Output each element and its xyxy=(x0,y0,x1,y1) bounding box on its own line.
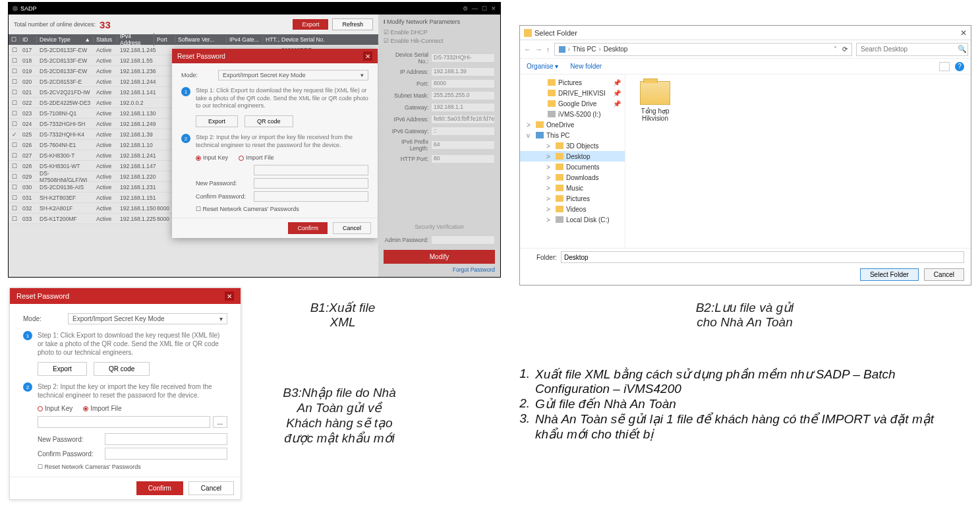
tree-item[interactable]: iVMS-5200 (I:) xyxy=(520,109,625,119)
reset2-header[interactable]: Reset Password ✕ xyxy=(10,288,241,304)
refresh-button[interactable]: Refresh xyxy=(332,18,373,30)
export-button[interactable]: Export xyxy=(293,19,328,30)
tree-item[interactable]: >Documents xyxy=(520,162,625,172)
new-folder-button[interactable]: New folder xyxy=(570,63,602,70)
tree-item[interactable]: >Downloads xyxy=(520,172,625,183)
sel-titlebar[interactable]: Select Folder ✕ xyxy=(520,26,971,40)
np-ip[interactable]: 192.168.1.39 xyxy=(431,67,495,76)
tree-item[interactable]: >Videos xyxy=(520,204,625,214)
maximize-icon[interactable]: ☐ xyxy=(482,5,487,12)
nav-forward-icon[interactable]: → xyxy=(535,45,542,53)
np-http[interactable]: 80 xyxy=(431,154,495,164)
reset2-reset-nc-checkbox[interactable]: ☐ xyxy=(38,464,45,470)
tree-item[interactable]: Google Drive📌 xyxy=(520,98,625,109)
col-port[interactable]: Port xyxy=(154,36,175,43)
tree-item[interactable]: vThis PC xyxy=(520,130,625,140)
mode-select[interactable]: Export/Import Secret Key Mode▾ xyxy=(218,70,368,80)
close-icon[interactable]: ✕ xyxy=(491,5,496,12)
select-folder-window: Select Folder ✕ ← → ↑ › This PC › Deskto… xyxy=(519,25,971,285)
tree-item[interactable]: >OneDrive xyxy=(520,119,625,130)
col-ip[interactable]: IPv4 Address xyxy=(117,33,154,46)
col-type[interactable]: Device Type ▲ xyxy=(37,36,94,43)
modify-button[interactable]: Modify xyxy=(384,250,495,264)
chevron-down-icon[interactable]: ˅ xyxy=(834,45,837,53)
tree-item[interactable]: >Local Disk (C:) xyxy=(520,214,625,225)
tree-item[interactable]: >Music xyxy=(520,183,625,193)
nav-up-icon[interactable]: ↑ xyxy=(546,45,550,53)
np-prefix[interactable]: 64 xyxy=(431,140,495,150)
search-icon[interactable]: 🔍 xyxy=(958,45,967,53)
confirm-password-input[interactable] xyxy=(254,191,368,202)
browse-file-button[interactable]: ... xyxy=(213,416,227,428)
folder-tile-label: Tổng hợp Hikvision xyxy=(632,107,678,122)
reset2-confirm-button[interactable]: Confirm xyxy=(136,481,183,495)
reset2-radio-input-key[interactable]: Input Key xyxy=(38,405,72,412)
reset2-radio-import-file[interactable]: Import File xyxy=(83,405,121,412)
organise-menu[interactable]: Organise ▾ xyxy=(527,63,558,70)
col-status[interactable]: Status xyxy=(94,36,117,43)
refresh-icon[interactable]: ⟳ xyxy=(842,45,848,53)
reset2-newpw-input[interactable] xyxy=(105,433,227,445)
view-options-button[interactable] xyxy=(939,62,950,71)
help-icon[interactable]: ? xyxy=(955,62,964,71)
radio-input-key[interactable]: Input Key xyxy=(196,154,228,161)
reset2-qr-button[interactable]: QR code xyxy=(94,362,150,376)
new-password-input[interactable] xyxy=(254,178,368,189)
np-ipv6gw[interactable]: :: xyxy=(431,127,495,136)
folder-tile[interactable]: Tổng hợp Hikvision xyxy=(632,81,678,122)
reset2-mode-select[interactable]: Export/Import Secret Key Mode▾ xyxy=(68,313,227,324)
reset-nc-checkbox[interactable]: ☐ xyxy=(196,206,203,212)
sel-navbar: ← → ↑ › This PC › Desktop ˅ ⟳ 🔍 xyxy=(520,40,971,59)
col-checkbox[interactable]: ☐ xyxy=(9,36,20,43)
np-mask[interactable]: 255.255.255.0 xyxy=(431,91,495,100)
tree-item[interactable]: DRIVE_HIKVISI📌 xyxy=(520,88,625,98)
app-title: SADP xyxy=(20,5,37,12)
qr-code-button[interactable]: QR code xyxy=(245,115,293,127)
col-http[interactable]: HTT... xyxy=(263,36,279,43)
confirm-button[interactable]: Confirm xyxy=(288,222,328,234)
reset2-confpw-input[interactable] xyxy=(105,448,227,460)
sadp-window: SADP ⚙ — ☐ ✕ Total number of online devi… xyxy=(8,2,501,278)
window-controls[interactable]: ⚙ — ☐ ✕ xyxy=(463,5,496,12)
reset2-close-icon[interactable]: ✕ xyxy=(225,291,234,301)
tree-item[interactable]: >Pictures xyxy=(520,193,625,204)
nav-back-icon[interactable]: ← xyxy=(524,45,531,53)
enable-hikconnect-checkbox[interactable]: ☑ Enable Hik-Connect xyxy=(384,38,495,44)
minimize-icon[interactable]: — xyxy=(472,5,478,12)
folder-field[interactable] xyxy=(561,251,964,263)
np-port[interactable]: 8000 xyxy=(431,79,495,88)
cancel-button[interactable]: Cancel xyxy=(333,222,371,234)
col-serial[interactable]: Device Serial No. xyxy=(279,36,378,43)
modal-close-icon[interactable]: ✕ xyxy=(363,51,372,61)
settings-icon[interactable]: ⚙ xyxy=(463,5,468,12)
reset2-export-button[interactable]: Export xyxy=(38,362,87,376)
col-gateway[interactable]: IPv4 Gate... xyxy=(227,36,263,43)
sel-close-icon[interactable]: ✕ xyxy=(960,28,967,38)
tree-item[interactable]: >3D Objects xyxy=(520,140,625,151)
select-folder-button[interactable]: Select Folder xyxy=(860,268,919,281)
sadp-titlebar[interactable]: SADP ⚙ — ☐ ✕ xyxy=(9,3,500,15)
address-bar[interactable]: › This PC › Desktop ˅ ⟳ xyxy=(554,43,853,56)
search-input[interactable] xyxy=(856,43,968,56)
key-input[interactable] xyxy=(254,165,368,175)
reset2-step1-text: Step 1: Click Export to download the key… xyxy=(38,331,227,357)
reset2-cancel-button[interactable]: Cancel xyxy=(188,481,234,495)
table-header: ☐ ID Device Type ▲ Status IPv4 Address P… xyxy=(9,34,378,45)
np-ipv6[interactable]: fe80::5a03:fbff:fe18:fd7e xyxy=(431,115,495,124)
tree-item[interactable]: Pictures📌 xyxy=(520,77,625,88)
import-file-path-input[interactable] xyxy=(38,416,210,428)
col-id[interactable]: ID xyxy=(20,36,37,43)
folder-content[interactable]: Tổng hợp Hikvision xyxy=(625,75,971,248)
tree-item[interactable]: >Desktop xyxy=(520,151,625,162)
col-software[interactable]: Software Ver... xyxy=(175,36,227,43)
radio-import-file[interactable]: Import File xyxy=(239,154,274,161)
modal-header[interactable]: Reset Password ✕ xyxy=(172,49,378,63)
folder-tree[interactable]: Pictures📌DRIVE_HIKVISI📌Google Drive📌iVMS… xyxy=(520,75,625,248)
np-gateway[interactable]: 192.168.1.1 xyxy=(431,103,495,112)
forgot-password-link[interactable]: Forgot Password xyxy=(384,266,495,273)
sel-cancel-button[interactable]: Cancel xyxy=(924,268,964,281)
enable-dhcp-checkbox[interactable]: ☑ Enable DHCP xyxy=(384,29,495,36)
admin-password-input[interactable] xyxy=(431,235,495,245)
export-key-button[interactable]: Export xyxy=(196,115,238,127)
reset2-newpw-label: New Password: xyxy=(38,436,105,443)
